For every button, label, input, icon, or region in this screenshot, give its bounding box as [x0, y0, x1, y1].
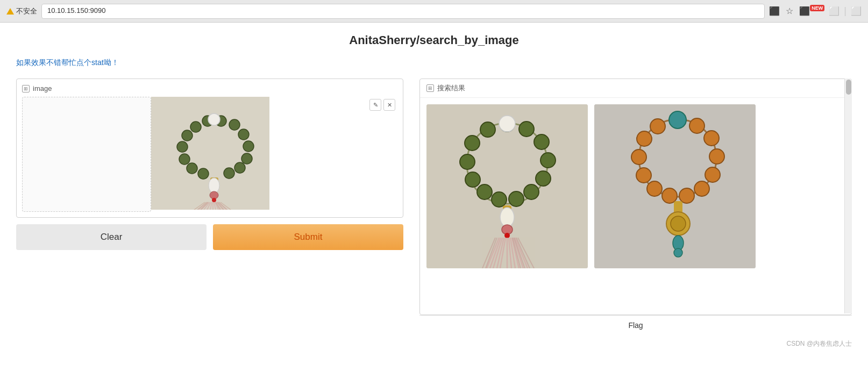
svg-point-47 [492, 192, 507, 207]
svg-point-5 [241, 153, 252, 164]
results-grid [420, 98, 851, 315]
cast-icon[interactable]: ⬛ [769, 6, 780, 17]
svg-point-95 [674, 248, 682, 257]
svg-point-53 [499, 116, 515, 132]
svg-point-13 [187, 163, 197, 174]
upload-inner: ✎ ✕ [22, 97, 397, 212]
svg-point-14 [198, 168, 209, 179]
svg-point-50 [460, 154, 475, 169]
svg-point-89 [650, 119, 665, 134]
results-label: 搜索结果 [437, 83, 465, 93]
svg-point-83 [679, 188, 694, 203]
svg-point-87 [631, 149, 646, 165]
flag-label: Flag [628, 321, 643, 330]
main-layout: ⊞ image [16, 79, 852, 335]
result-item-1[interactable] [426, 104, 588, 268]
browser-icons: ⬛ ☆ ⬛ NEW ⬜ | ⬜ [769, 5, 862, 17]
uploaded-image-area: ✎ ✕ [151, 97, 397, 212]
svg-point-7 [224, 168, 234, 179]
svg-point-85 [647, 181, 662, 196]
svg-point-90 [669, 111, 686, 129]
svg-point-86 [636, 168, 651, 183]
subtitle-link[interactable]: 如果效果不错帮忙点个stat呦！ [16, 58, 852, 68]
svg-point-3 [238, 129, 249, 140]
results-panel: ⊞ 搜索结果 [419, 79, 852, 315]
footer-watermark: CSDN @内卷焦虑人士 [16, 339, 852, 348]
svg-point-17 [209, 178, 219, 193]
svg-point-10 [182, 130, 193, 141]
svg-point-12 [179, 154, 190, 165]
bookmark-icon[interactable]: ☆ [784, 6, 795, 17]
results-header: ⊞ 搜索结果 [420, 79, 851, 98]
svg-point-46 [509, 191, 524, 206]
right-panel-wrapper: ⊞ 搜索结果 [419, 79, 852, 335]
scrollbar[interactable] [844, 79, 852, 313]
left-panel: ⊞ image [16, 79, 403, 250]
result-item-2[interactable] [594, 104, 756, 268]
extension-icon[interactable]: ⬛ [799, 6, 810, 17]
svg-point-42 [534, 134, 549, 149]
button-row: Clear Submit [16, 224, 403, 250]
image-label-icon: ⊞ [22, 85, 30, 92]
page-content: AnitaSherry/search_by_image 如果效果不错帮忙点个st… [0, 23, 868, 385]
new-badge: NEW [810, 5, 824, 11]
results-label-icon: ⊞ [426, 84, 434, 92]
page-title: AnitaSherry/search_by_image [16, 33, 852, 47]
close-image-button[interactable]: ✕ [383, 99, 395, 111]
security-warning: 不安全 [6, 6, 37, 16]
image-actions: ✎ ✕ [369, 99, 395, 111]
clear-button[interactable]: Clear [16, 224, 207, 250]
svg-point-6 [234, 162, 245, 173]
svg-point-55 [500, 208, 514, 227]
svg-point-18 [210, 191, 218, 199]
svg-point-81 [705, 167, 720, 182]
svg-point-93 [671, 216, 686, 231]
svg-point-41 [519, 122, 534, 137]
submit-button[interactable]: Submit [213, 224, 403, 250]
svg-point-49 [465, 172, 480, 187]
upload-header: ⊞ image [22, 84, 397, 92]
svg-point-2 [229, 119, 240, 130]
svg-point-11 [177, 141, 188, 152]
svg-point-82 [694, 181, 709, 196]
svg-point-79 [704, 131, 719, 146]
result-image-1 [426, 104, 588, 268]
svg-point-88 [637, 131, 652, 146]
svg-point-45 [524, 184, 539, 199]
scrollbar-thumb[interactable] [846, 80, 851, 95]
svg-point-57 [504, 233, 510, 238]
profile-icon[interactable]: ⬜ [829, 6, 839, 17]
result-image-2 [594, 104, 756, 268]
svg-point-52 [480, 122, 495, 137]
svg-point-78 [689, 118, 705, 133]
security-label: 不安全 [16, 6, 37, 16]
browser-chrome: 不安全 10.10.15.150:9090 ⬛ ☆ ⬛ NEW ⬜ | ⬜ [0, 0, 868, 23]
svg-point-43 [540, 153, 556, 168]
uploaded-bracelet-image [151, 97, 269, 210]
maximize-icon[interactable]: ⬜ [851, 6, 862, 17]
upload-area: ⊞ image [16, 79, 403, 218]
flag-bar: Flag [419, 315, 852, 335]
edit-image-button[interactable]: ✎ [369, 99, 381, 111]
svg-point-15 [208, 113, 220, 125]
svg-point-80 [709, 149, 724, 164]
svg-point-19 [212, 198, 216, 202]
warning-icon [6, 8, 14, 15]
svg-point-4 [243, 141, 254, 152]
svg-rect-0 [151, 97, 269, 210]
upload-dropzone[interactable] [22, 97, 151, 212]
svg-point-84 [662, 188, 677, 203]
url-bar[interactable]: 10.10.15.150:9090 [41, 4, 765, 19]
svg-point-9 [190, 122, 201, 132]
upload-label: image [33, 84, 52, 92]
svg-point-48 [477, 184, 492, 199]
svg-point-44 [536, 171, 551, 186]
svg-point-51 [465, 136, 480, 151]
